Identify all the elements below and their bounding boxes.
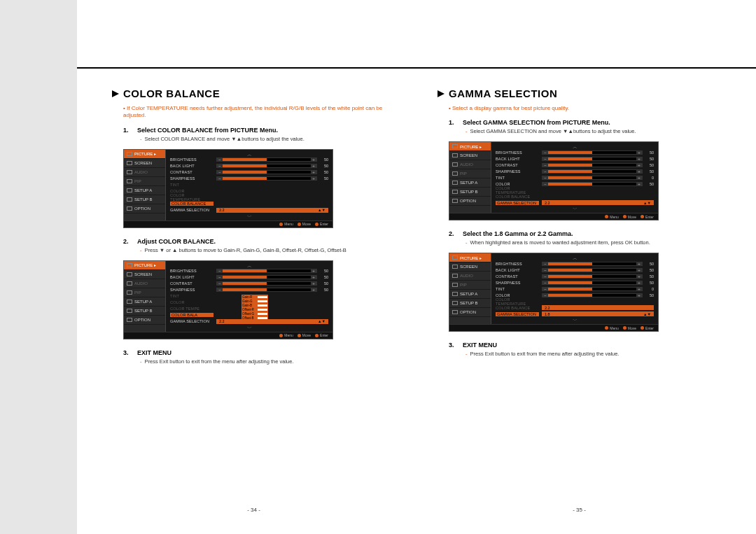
section-title-right: GAMMA SELECTION [438,87,721,99]
osd-menu: PICTURE ▸ SCREEN AUDIO PIP SETUP A SETUP… [449,253,659,332]
step: 1. Select COLOR BALANCE from PICTURE Men… [112,127,396,228]
minus-icon[interactable]: − [217,158,223,161]
osd-main: ︿ BRIGHTNESS−+50 BACK LIGHT−+50 CONTRAST… [491,253,658,324]
osd-footer: Menu Move Enter [449,324,658,331]
osd-main: ︿ BRIGHTNESS−+50 BACK LIGHT−+50 CONTRAST… [166,150,332,220]
setup-icon [127,197,132,202]
pip-icon [127,179,132,183]
left-gutter [0,0,77,534]
section-title-left: COLOR BALANCE [112,87,396,99]
sidebar-item-option[interactable]: OPTION [124,316,165,325]
osd-menu: PICTURE ▸ SCREEN AUDIO PIP SETUP A SETUP… [123,149,333,228]
step: 3.EXIT MENU -Press Exit button to exit f… [112,349,396,365]
chevron-down-icon[interactable]: ﹀ [170,213,328,219]
step: 2.Adjust COLOR BALANCE. -Press ▼ or ▲ bu… [112,238,396,339]
section-note-left: • If Color TEMPERATURE needs further adj… [123,105,396,120]
sidebar-item-setupa[interactable]: SETUP A [124,297,165,307]
slider-row[interactable]: SHARPNESS−+50 [170,176,328,182]
triangle-right-icon [112,90,119,97]
dot-icon [279,223,283,226]
sidebar-item-picture[interactable]: PICTURE ▸ [124,261,165,270]
muted-row: TINT [170,182,328,188]
svg-marker-0 [112,90,119,97]
plus-icon[interactable]: + [311,158,316,161]
steps-left: 1. Select COLOR BALANCE from PICTURE Men… [112,127,396,365]
updown-icon[interactable]: ▲▼ [318,208,326,212]
picture-icon [127,152,132,156]
sidebar-item-option[interactable]: OPTION [124,204,165,213]
step-head: 1. Select COLOR BALANCE from PICTURE Men… [123,127,396,134]
sidebar-item-setupa[interactable]: SETUP A [124,186,165,195]
sidebar-item-screen[interactable]: SCREEN [124,159,165,168]
sidebar-item-audio[interactable]: AUDIO [124,279,165,288]
osd-main: ︿ BRIGHTNESS−+50 BACK LIGHT−+50 CONTRAST… [166,261,332,332]
option-icon [127,206,132,211]
chevron-up-icon[interactable]: ︿ [170,262,328,268]
osd-menu: PICTURE ▸ SCREEN AUDIO PIP SETUP A SETUP… [123,260,333,339]
osd-sidebar: PICTURE ▸ SCREEN AUDIO PIP SETUP A SETUP… [124,150,166,220]
gamma-select-row[interactable]: GAMMA SELECTION2.2▲▼ [496,199,654,206]
osd-footer: Menu Move Enter [449,213,658,220]
page-frame: COLOR BALANCE • If Color TEMPERATURE nee… [77,0,756,534]
chevron-up-icon[interactable]: ︿ [170,151,328,157]
gamma-select-row[interactable]: GAMMA SELECTION2.2▲▼ [170,207,328,213]
osd-sidebar: PICTURE ▸ SCREEN AUDIO PIP SETUP A SETUP… [449,253,491,324]
sidebar-item-setupb[interactable]: SETUP B [124,195,165,204]
sidebar-item-picture[interactable]: PICTURE ▸ [124,150,165,159]
section-title-text: GAMMA SELECTION [449,87,557,99]
color-balance-select-row[interactable]: COLOR BALANCE2.2 [496,304,654,311]
step: 3.EXIT MENU -Press Exit button to exit f… [438,342,721,357]
slider-row[interactable]: BACK LIGHT−+50 [170,163,328,169]
osd-footer: Menu Move Enter [124,220,332,227]
step: 2.Select the 1.8 Gamma or 2.2 Gamma. -Wh… [438,230,721,332]
sidebar-item-pip[interactable]: PIP [124,177,165,186]
page-number-left: - 34 - [112,507,396,513]
gamma-select-row[interactable]: GAMMA SELECTION1.8▲▼ [496,311,654,317]
section-note-right: • Select a display gamma for best pictur… [449,105,721,112]
sidebar-item-setupb[interactable]: SETUP B [124,307,165,316]
left-column: COLOR BALANCE • If Color TEMPERATURE nee… [112,87,396,520]
sidebar-item-pip[interactable]: PIP [124,288,165,297]
slider-row[interactable]: CONTRAST−+50 [170,169,328,176]
osd-sidebar: PICTURE ▸ SCREEN AUDIO PIP SETUP A SETUP… [124,261,166,332]
osd-sidebar: PICTURE ▸ SCREEN AUDIO PIP SETUP A SETUP… [449,142,491,213]
muted-row: COLOR TEMPERATURE [170,195,328,201]
chevron-down-icon[interactable]: ﹀ [170,325,328,330]
osd-menu: PICTURE ▸ SCREEN AUDIO PIP SETUP A SETUP… [449,141,659,220]
step: 1.Select GAMMA SELECTION from PICTURE Me… [438,119,721,220]
sidebar-item-audio[interactable]: AUDIO [124,168,165,177]
svg-marker-1 [438,90,444,97]
sidebar-item-screen[interactable]: SCREEN [124,270,165,279]
slider-row[interactable]: BRIGHTNESS−+50 [170,157,328,163]
page-number-right: - 35 - [438,507,721,513]
columns: COLOR BALANCE • If Color TEMPERATURE nee… [112,87,721,520]
section-title-text: COLOR BALANCE [123,87,220,99]
horizontal-rule [77,67,756,69]
color-balance-popup: Gain-R Gain-G Gain-B Offset-R Offset-G O… [241,295,268,321]
setup-icon [127,188,132,192]
screen-icon [127,161,132,165]
step-sub: -Select COLOR BALANCE and move ▼▲buttons… [140,136,396,142]
audio-icon [127,170,132,174]
triangle-right-icon [438,90,444,97]
popup-row[interactable]: Offset-B [242,316,267,321]
osd-footer: Menu Move Enter [124,332,332,339]
steps-right: 1.Select GAMMA SELECTION from PICTURE Me… [438,119,721,357]
osd-main: ︿ BRIGHTNESS−+50 BACK LIGHT−+50 CONTRAST… [491,142,658,213]
slider[interactable]: −+ [216,157,317,162]
highlight-row[interactable]: COLOR BALANCE [170,201,328,207]
right-column: GAMMA SELECTION • Select a display gamma… [438,87,721,520]
